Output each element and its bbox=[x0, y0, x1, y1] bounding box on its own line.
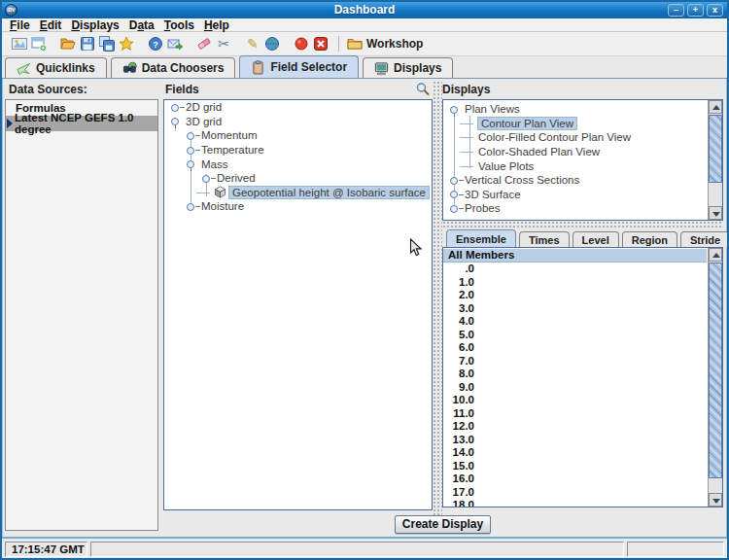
tab-displays[interactable]: Displays bbox=[363, 57, 453, 78]
tree-collapsed-handle-icon[interactable] bbox=[184, 199, 198, 213]
list-item[interactable]: 13.0 bbox=[443, 433, 707, 446]
globe-icon[interactable] bbox=[264, 36, 280, 52]
exit-icon[interactable] bbox=[313, 36, 329, 52]
minimize-button[interactable]: – bbox=[668, 4, 684, 17]
list-item[interactable]: 16.0 bbox=[443, 472, 707, 486]
menu-file[interactable]: File bbox=[8, 18, 38, 32]
save-icon[interactable] bbox=[80, 36, 95, 52]
list-item[interactable]: 9.0 bbox=[443, 380, 707, 394]
help-icon[interactable]: ? bbox=[148, 36, 163, 52]
eraser-icon[interactable] bbox=[196, 36, 212, 52]
displays-tree-item[interactable]: Color-Filled Contour Plan View bbox=[443, 130, 707, 145]
displays-tree-item[interactable]: Value Plots bbox=[443, 158, 707, 173]
selector-tab-region[interactable]: Region bbox=[622, 231, 677, 247]
menu-help[interactable]: Help bbox=[202, 18, 237, 32]
selector-tab-level[interactable]: Level bbox=[573, 231, 619, 247]
ensemble-scrollbar[interactable] bbox=[708, 248, 722, 507]
list-item[interactable]: 5.0 bbox=[443, 328, 707, 341]
menu-tools[interactable]: Tools bbox=[162, 18, 202, 32]
fields-tree-item[interactable]: Derived bbox=[164, 171, 432, 186]
tab-data-choosers[interactable]: Data Choosers bbox=[111, 57, 236, 78]
displays-tree-item[interactable]: Vertical Cross Sections bbox=[443, 173, 707, 188]
support-request-icon[interactable] bbox=[167, 36, 183, 52]
list-item[interactable]: All Members bbox=[443, 249, 707, 262]
displays-tree-item[interactable]: Plan Views bbox=[443, 102, 707, 117]
record-icon[interactable] bbox=[294, 36, 309, 52]
list-item[interactable]: 15.0 bbox=[443, 459, 707, 472]
list-item[interactable]: 12.0 bbox=[443, 420, 707, 434]
tree-collapsed-handle-icon[interactable] bbox=[168, 100, 183, 114]
fields-tree-item[interactable]: Momentum bbox=[164, 128, 432, 143]
tree-collapsed-handle-icon[interactable] bbox=[184, 143, 198, 157]
list-item[interactable]: 11.0 bbox=[443, 406, 707, 420]
tree-expanded-handle-icon[interactable] bbox=[184, 158, 198, 171]
selector-tab-stride[interactable]: Stride bbox=[680, 231, 729, 247]
selector-tab-ensemble[interactable]: Ensemble bbox=[446, 229, 516, 247]
scroll-down-icon[interactable] bbox=[709, 493, 722, 507]
favorites-star-icon[interactable] bbox=[119, 36, 134, 52]
scroll-up-icon[interactable] bbox=[709, 248, 722, 262]
tree-collapsed-handle-icon[interactable] bbox=[184, 128, 198, 142]
new-window-icon[interactable] bbox=[31, 36, 47, 52]
tree-item-label: Mass bbox=[201, 158, 227, 170]
fields-tree-item[interactable]: Geopotential height @ Isobaric surface bbox=[164, 186, 432, 200]
magnifier-icon[interactable] bbox=[415, 82, 431, 97]
create-display-button[interactable]: Create Display bbox=[395, 515, 491, 534]
menu-edit[interactable]: Edit bbox=[38, 18, 70, 32]
horizontal-splitter[interactable] bbox=[442, 221, 723, 229]
save-as-icon[interactable] bbox=[99, 36, 115, 52]
title-bar[interactable]: IDV Dashboard –+x bbox=[2, 2, 727, 18]
data-sources-list[interactable]: FormulasLatest NCEP GEFS 1.0 degree bbox=[5, 99, 158, 531]
close-button[interactable]: x bbox=[707, 4, 723, 17]
list-item[interactable]: 8.0 bbox=[443, 368, 707, 381]
list-item[interactable]: 1.0 bbox=[443, 275, 707, 289]
scroll-down-icon[interactable] bbox=[709, 206, 722, 220]
cut-icon[interactable]: ✂ bbox=[216, 36, 231, 52]
fields-tree-item[interactable]: Mass bbox=[164, 157, 432, 171]
displays-tree-item[interactable]: Contour Plan View bbox=[443, 117, 707, 131]
vertical-splitter[interactable] bbox=[433, 81, 442, 537]
ensemble-list[interactable]: All Members.01.02.03.04.05.06.07.08.09.0… bbox=[442, 247, 723, 508]
displays-tree[interactable]: Plan ViewsContour Plan ViewColor-Filled … bbox=[442, 99, 723, 221]
tree-expanded-handle-icon[interactable] bbox=[168, 115, 183, 128]
list-item[interactable]: .0 bbox=[443, 262, 707, 276]
list-item[interactable]: 2.0 bbox=[443, 289, 707, 302]
fields-tree-item[interactable]: Moisture bbox=[164, 199, 432, 214]
list-item[interactable]: 14.0 bbox=[443, 446, 707, 460]
open-file-icon[interactable] bbox=[60, 36, 76, 52]
scrollbar-thumb[interactable] bbox=[709, 262, 722, 478]
scroll-up-icon[interactable] bbox=[709, 100, 722, 114]
fields-tree-item[interactable]: Temperature bbox=[164, 143, 432, 158]
list-item[interactable]: 17.0 bbox=[443, 485, 707, 499]
tree-collapsed-handle-icon[interactable] bbox=[447, 188, 462, 201]
data-source-item[interactable]: Latest NCEP GEFS 1.0 degree bbox=[6, 116, 157, 131]
selector-tab-times[interactable]: Times bbox=[519, 231, 570, 247]
fields-tree[interactable]: 2D grid3D gridMomentumTemperatureMassDer… bbox=[163, 99, 433, 510]
tree-collapsed-handle-icon[interactable] bbox=[199, 171, 214, 185]
list-item[interactable]: 6.0 bbox=[443, 341, 707, 355]
menu-data[interactable]: Data bbox=[127, 18, 162, 32]
tree-expanded-handle-icon[interactable] bbox=[447, 102, 462, 116]
displays-tree-item[interactable]: 3D Surface bbox=[443, 188, 707, 202]
tab-field-selector[interactable]: Field Selector bbox=[239, 55, 359, 78]
list-item[interactable]: 10.0 bbox=[443, 394, 707, 407]
window-controls: –+x bbox=[668, 4, 723, 17]
workshop-toolbar-group[interactable]: Workshop bbox=[347, 36, 423, 52]
maximize-button[interactable]: + bbox=[687, 4, 704, 17]
list-item[interactable]: 4.0 bbox=[443, 315, 707, 329]
tree-collapsed-handle-icon[interactable] bbox=[447, 173, 462, 187]
menu-displays[interactable]: Displays bbox=[69, 18, 126, 32]
fields-tree-item[interactable]: 2D grid bbox=[164, 100, 432, 115]
tab-quicklinks[interactable]: Quicklinks bbox=[5, 57, 107, 78]
displays-scrollbar[interactable] bbox=[708, 100, 722, 220]
list-item[interactable]: 7.0 bbox=[443, 354, 707, 368]
displays-tree-item[interactable]: Probes bbox=[443, 201, 707, 216]
list-item[interactable]: 3.0 bbox=[443, 301, 707, 315]
displays-tree-item[interactable]: Color-Shaded Plan View bbox=[443, 145, 707, 159]
fields-tree-item[interactable]: 3D grid bbox=[164, 115, 432, 129]
scrollbar-thumb[interactable] bbox=[709, 115, 722, 183]
edit-pencil-icon[interactable]: ✎ bbox=[245, 36, 260, 52]
list-item[interactable]: 18.0 bbox=[443, 499, 707, 508]
show-dashboard-icon[interactable] bbox=[12, 36, 27, 52]
tree-collapsed-handle-icon[interactable] bbox=[447, 201, 462, 215]
